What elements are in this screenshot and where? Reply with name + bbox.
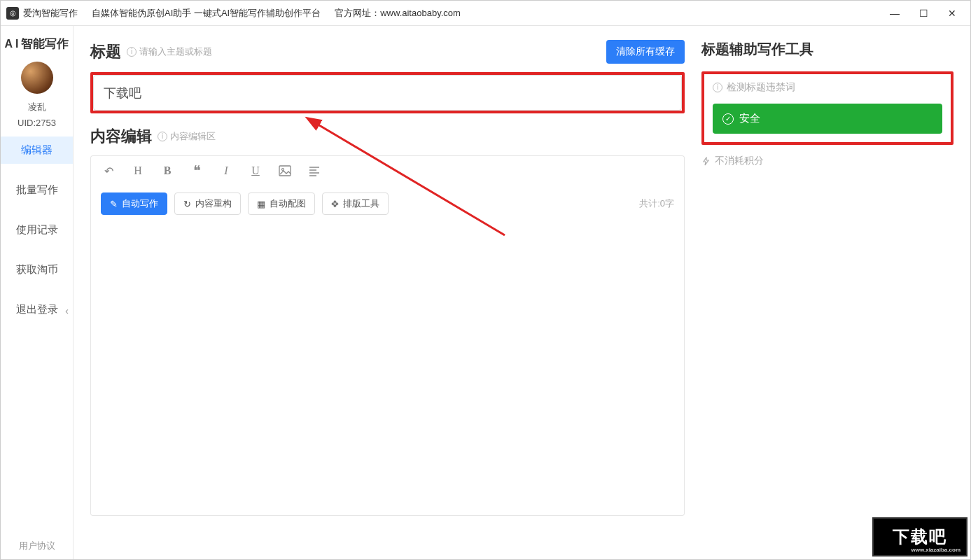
app-name: 爱淘智能写作 [23,7,78,20]
footer-link-terms[interactable]: 用户协议 [1,540,73,552]
quote-icon[interactable]: ❝ [189,163,204,178]
info-icon: i [713,83,722,92]
editor-action-row: ✎ 自动写作 ↻ 内容重构 ▦ 自动配图 ✥ 排版工具 共计:0字 [90,186,685,222]
image-icon[interactable] [277,163,293,178]
nav-item-batch[interactable]: 批量写作 [1,176,73,204]
check-forbidden-words: i 检测标题违禁词 [713,81,942,94]
close-button[interactable]: ✕ [948,8,956,19]
logo-mark: A I [5,38,19,50]
layout-tool-button[interactable]: ✥ 排版工具 [322,192,389,215]
logo: A I 智能写作 [5,36,69,52]
nav-item-label: 编辑器 [21,144,53,155]
nav-item-coins[interactable]: 获取淘币 [1,256,73,284]
auto-image-label: 自动配图 [270,197,306,210]
watermark: 下载吧 www.xiazaiba.com [872,517,967,556]
chevron-left-icon: ‹ [65,304,69,316]
maximize-button[interactable]: ☐ [919,8,928,19]
safe-badge: ✓ 安全 [713,104,942,134]
pencil-icon: ✎ [110,199,118,209]
clear-cache-button[interactable]: 清除所有缓存 [606,40,685,64]
title-hint-text: 请输入主题或标题 [139,46,212,58]
content-hint: i 内容编辑区 [158,130,216,143]
info-icon: i [158,132,167,141]
app-icon: ◎ [6,7,19,20]
layout-icon: ✥ [331,199,339,209]
heading-icon[interactable]: H [130,163,146,178]
italic-icon[interactable]: I [218,163,234,178]
assist-highlight: i 检测标题违禁词 ✓ 安全 [701,71,953,145]
undo-icon[interactable]: ↶ [101,163,116,178]
info-icon: i [127,47,137,57]
site-url: www.aitaobaby.com [380,8,461,18]
logo-text: 智能写作 [21,36,69,52]
editor-body[interactable] [90,222,685,516]
svg-rect-0 [279,166,291,176]
auto-write-label: 自动写作 [122,197,158,210]
site-label: 官方网址： [335,7,380,20]
uid: UID:2753 [18,118,56,128]
layout-tool-label: 排版工具 [343,197,379,210]
username: 凌乱 [28,101,46,113]
title-heading: 标题 [90,41,121,62]
nav-item-logout[interactable]: 退出登录‹ [1,296,73,323]
bolt-icon [701,157,711,166]
points-text: 不消耗积分 [715,155,764,167]
picture-icon: ▦ [257,199,265,209]
nav-item-editor[interactable]: 编辑器 [1,136,73,164]
points-info: 不消耗积分 [701,155,953,167]
title-input[interactable] [93,75,682,111]
nav-item-label: 退出登录 [16,303,58,315]
sidebar: A I 智能写作 凌乱 UID:2753 编辑器 批量写作 使用记录 获取淘币 … [1,26,74,559]
app-description: 自媒体智能伪原创AI助手 一键式AI智能写作辅助创作平台 [92,7,321,20]
word-count: 共计:0字 [639,197,674,210]
title-input-highlight [90,72,685,113]
content-heading: 内容编辑 [90,126,152,147]
auto-write-button[interactable]: ✎ 自动写作 [101,192,167,215]
align-icon[interactable] [307,163,322,178]
restructure-button[interactable]: ↻ 内容重构 [174,192,241,215]
watermark-text: 下载吧 [893,526,947,548]
avatar[interactable] [21,62,53,94]
editor-toolbar: ↶ H B ❝ I U [90,155,685,186]
check-circle-icon: ✓ [722,113,734,125]
assist-panel: 标题辅助写作工具 i 检测标题违禁词 ✓ 安全 不消耗积分 [701,40,953,545]
auto-image-button[interactable]: ▦ 自动配图 [248,192,315,215]
underline-icon[interactable]: U [248,163,263,178]
content-hint-text: 内容编辑区 [170,130,216,143]
bold-icon[interactable]: B [160,163,175,178]
refresh-icon: ↻ [183,199,191,209]
title-hint: i 请输入主题或标题 [127,46,212,58]
nav-item-label: 批量写作 [16,183,58,195]
nav: 编辑器 批量写作 使用记录 获取淘币 退出登录‹ [1,136,73,323]
titlebar: ◎ 爱淘智能写作 自媒体智能伪原创AI助手 一键式AI智能写作辅助创作平台 官方… [1,1,970,26]
restructure-label: 内容重构 [195,197,232,210]
nav-item-history[interactable]: 使用记录 [1,216,73,244]
safe-text: 安全 [739,112,760,125]
svg-point-1 [282,169,284,171]
nav-item-label: 获取淘币 [16,263,58,275]
check-label-text: 检测标题违禁词 [727,81,795,94]
watermark-sub: www.xiazaiba.com [911,547,960,553]
title-section-header: 标题 i 请输入主题或标题 清除所有缓存 [90,40,685,64]
minimize-button[interactable]: — [890,8,900,19]
nav-item-label: 使用记录 [16,223,58,235]
assist-heading: 标题辅助写作工具 [701,40,953,59]
window-controls: — ☐ ✕ [890,8,965,19]
content-section-header: 内容编辑 i 内容编辑区 [90,126,685,147]
